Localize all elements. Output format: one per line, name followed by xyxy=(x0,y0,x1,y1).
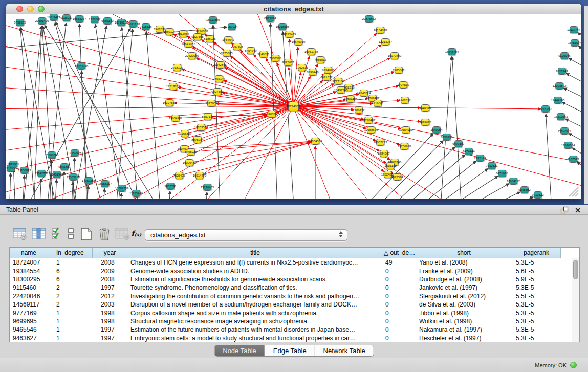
tab-edge-table[interactable]: Edge Table xyxy=(265,345,315,356)
network-node[interactable]: 2684067 xyxy=(380,150,388,157)
network-node[interactable]: 6794028 xyxy=(324,67,332,74)
table-cell[interactable]: 49 xyxy=(383,259,416,266)
table-cell[interactable]: Estimation of the future numbers of pati… xyxy=(127,326,383,333)
column-header[interactable]: name xyxy=(10,248,48,258)
network-node[interactable]: 20206596 xyxy=(48,151,56,159)
table-cell[interactable]: 2009 xyxy=(93,268,127,275)
scrollbar-thumb[interactable] xyxy=(573,260,578,279)
row-height-icon[interactable] xyxy=(68,227,75,240)
network-node[interactable]: 8878334 xyxy=(193,136,202,143)
tab-network-table[interactable]: Network Table xyxy=(315,345,374,356)
network-node[interactable]: 15716485 xyxy=(203,184,211,191)
network-node[interactable]: 9129946 xyxy=(560,52,569,59)
table-cell[interactable]: 9115460 xyxy=(10,284,48,291)
network-node[interactable]: 10654112 xyxy=(509,178,517,185)
network-node[interactable]: 8498222 xyxy=(187,148,195,156)
network-node[interactable]: 17359928 xyxy=(71,149,79,157)
network-node[interactable]: 2935114 xyxy=(476,155,484,162)
table-cell[interactable]: Disruption of a novel member of a sodium… xyxy=(127,301,383,308)
network-node[interactable]: 9777169 xyxy=(334,78,342,85)
table-cell[interactable]: 1 xyxy=(48,335,93,342)
resize-grip-icon[interactable] xyxy=(566,184,579,198)
network-node[interactable]: 9327508 xyxy=(193,33,202,40)
network-node[interactable]: 1621072 xyxy=(322,74,331,81)
table-cell[interactable]: 14569117 xyxy=(10,301,48,308)
network-node[interactable]: 9245652 xyxy=(520,186,529,193)
network-node[interactable]: 16210643 xyxy=(557,113,565,120)
network-node[interactable]: 10653267 xyxy=(75,15,83,23)
table-cell[interactable]: 18724007 xyxy=(10,259,48,266)
table-cell[interactable]: 19384554 xyxy=(10,268,48,275)
table-cell[interactable]: Wolkin et al. (1998) xyxy=(416,318,512,325)
network-node[interactable]: 8471676 xyxy=(498,170,506,177)
table-cell[interactable]: 1 xyxy=(48,259,93,266)
network-node[interactable]: 10973493 xyxy=(390,52,399,59)
network-node[interactable]: 20876862 xyxy=(365,15,373,23)
network-node[interactable]: 20691406 xyxy=(38,17,46,25)
table-row[interactable]: 911546021997Tourette syndrome. Phenomeno… xyxy=(10,283,561,292)
table-cell[interactable]: 0 xyxy=(383,293,416,300)
table-cell[interactable]: 9465546 xyxy=(10,326,48,333)
zoom-window-button[interactable] xyxy=(38,6,45,12)
network-node[interactable]: 12213382 xyxy=(169,83,177,90)
table-cell[interactable]: 0 xyxy=(383,276,416,283)
network-node[interactable]: 8186325 xyxy=(206,35,214,42)
table-cell[interactable]: 1 xyxy=(48,318,93,325)
select-columns-icon[interactable] xyxy=(51,227,63,240)
network-node[interactable]: 16640910 xyxy=(294,38,302,46)
network-node[interactable]: 10117744 xyxy=(570,26,578,33)
network-node[interactable]: 6479197 xyxy=(454,140,463,147)
new-document-icon[interactable] xyxy=(80,227,93,242)
network-node[interactable]: 8375685 xyxy=(223,50,231,57)
network-node[interactable]: 9322037 xyxy=(284,59,292,66)
network-node[interactable]: 9242845 xyxy=(216,61,225,69)
network-node[interactable]: 22420046 xyxy=(188,52,196,59)
table-cell[interactable]: 5.3E-5 xyxy=(512,259,561,266)
table-row[interactable]: 1872400712008Changes of HCN gene express… xyxy=(10,258,561,267)
memory-ok-icon[interactable] xyxy=(570,362,577,368)
network-node[interactable]: 8813014 xyxy=(266,15,274,22)
network-node[interactable]: 18300295 xyxy=(268,111,276,118)
table-cell[interactable]: 18300295 xyxy=(10,276,48,283)
table-cell[interactable]: Stergiakouli et al. (2012) xyxy=(416,293,512,300)
network-node[interactable]: 12505125 xyxy=(69,173,77,181)
network-node[interactable]: 18643982 xyxy=(184,40,192,48)
network-node[interactable]: 14671338 xyxy=(129,20,137,28)
network-node[interactable]: 1835001 xyxy=(9,161,17,168)
column-header[interactable]: year xyxy=(93,248,127,258)
network-node[interactable]: 16107553 xyxy=(165,99,173,106)
table-cell[interactable]: 1998 xyxy=(93,318,127,325)
network-node[interactable]: 9136017 xyxy=(62,14,71,21)
table-cell[interactable]: Structural magnetic resonance image aver… xyxy=(127,318,383,325)
column-header[interactable]: short xyxy=(416,248,512,258)
table-row[interactable]: 946362711997Embryonic stem cells: a mode… xyxy=(10,334,561,342)
table-cell[interactable]: Dudbridge et al. (2008) xyxy=(416,276,512,283)
table-cell[interactable]: Tourette syndrome. Phenomenology and cla… xyxy=(127,284,383,291)
table-cell[interactable]: 0 xyxy=(383,284,416,291)
network-node[interactable]: 12444195 xyxy=(554,97,562,104)
table-cell[interactable]: Nakamura et al. (1997) xyxy=(416,326,512,333)
column-header[interactable]: title xyxy=(127,248,383,258)
network-node[interactable]: 9975887 xyxy=(60,163,69,170)
network-node[interactable]: 9115460 xyxy=(421,104,429,112)
network-node[interactable]: 9474444 xyxy=(465,148,473,155)
table-cell[interactable]: 5.3E-5 xyxy=(512,326,561,333)
table-cell[interactable]: Changes of HCN gene expression and I(f) … xyxy=(127,259,383,266)
network-node[interactable]: 11923446 xyxy=(132,190,140,197)
network-node[interactable]: 6216061 xyxy=(374,100,382,107)
table-row[interactable]: 969969511998Structural magnetic resonanc… xyxy=(10,317,561,325)
column-chooser-icon[interactable] xyxy=(32,227,46,240)
table-cell[interactable]: 22420046 xyxy=(10,293,48,300)
network-node[interactable]: 16782759 xyxy=(118,185,126,192)
network-node[interactable]: 7632621 xyxy=(488,162,496,169)
network-node[interactable]: 7955812 xyxy=(316,56,324,63)
table-cell[interactable]: 1 xyxy=(48,326,93,333)
table-settings-icon[interactable] xyxy=(13,227,27,240)
table-cell[interactable]: 0 xyxy=(383,268,416,275)
table-cell[interactable]: 6 xyxy=(48,268,93,275)
table-cell[interactable]: 6 xyxy=(48,276,93,283)
network-node[interactable]: 7463822 xyxy=(156,26,164,33)
network-node[interactable]: 7357224 xyxy=(228,23,236,30)
table-cell[interactable]: 9699695 xyxy=(10,318,48,325)
float-window-icon[interactable] xyxy=(560,206,569,214)
